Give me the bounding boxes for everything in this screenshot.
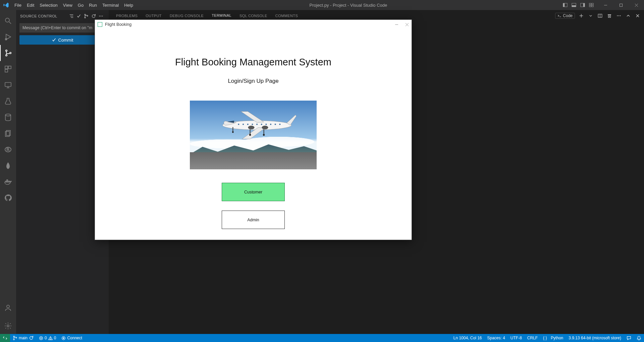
menu-help[interactable]: Help xyxy=(121,3,136,8)
files-icon[interactable] xyxy=(0,125,16,141)
run-debug-icon[interactable] xyxy=(0,29,16,45)
status-warnings: 0 xyxy=(54,336,56,340)
status-errors: 0 xyxy=(45,336,47,340)
menu-run[interactable]: Run xyxy=(86,3,100,8)
svg-point-45 xyxy=(102,15,103,16)
svg-rect-6 xyxy=(589,3,591,5)
menu-view[interactable]: View xyxy=(60,3,75,8)
svg-point-55 xyxy=(617,15,618,16)
scm-view-tree-icon[interactable] xyxy=(68,14,75,18)
menu-file[interactable]: File xyxy=(12,3,24,8)
search-icon[interactable] xyxy=(0,13,16,29)
svg-point-86 xyxy=(256,124,258,125)
terminal-dropdown-icon[interactable] xyxy=(588,14,594,17)
menu-terminal[interactable]: Terminal xyxy=(100,3,121,8)
menu-edit[interactable]: Edit xyxy=(24,3,37,8)
svg-point-19 xyxy=(6,55,7,56)
github-icon[interactable] xyxy=(0,190,16,206)
scm-branch-icon[interactable] xyxy=(83,14,90,18)
svg-rect-21 xyxy=(5,66,8,69)
tab-debug-console[interactable]: DEBUG CONSOLE xyxy=(166,14,208,18)
settings-gear-icon[interactable] xyxy=(0,318,16,334)
status-bell-icon[interactable] xyxy=(634,336,644,340)
window-minimize-icon[interactable] xyxy=(598,0,613,10)
vscode-logo-icon xyxy=(0,2,12,8)
svg-rect-51 xyxy=(608,15,611,17)
remote-explorer-icon[interactable] xyxy=(0,77,16,93)
menu-selection[interactable]: Selection xyxy=(37,3,60,8)
svg-point-79 xyxy=(263,134,265,136)
new-terminal-icon[interactable] xyxy=(578,13,584,18)
testing-icon[interactable] xyxy=(0,93,16,109)
accounts-icon[interactable] xyxy=(0,300,16,316)
flight-booking-window: Flight Booking Flight Booking Management… xyxy=(95,19,412,240)
svg-point-88 xyxy=(266,124,267,125)
commit-message-input[interactable]: Message (Ctrl+Enter to commit on "m xyxy=(19,23,105,33)
tk-window-title: Flight Booking xyxy=(105,22,131,27)
svg-point-69 xyxy=(63,337,64,338)
admin-button[interactable]: Admin xyxy=(222,211,285,229)
status-bar: main 0 0 Connect Ln 1004, Col 16 Spaces:… xyxy=(0,334,644,342)
status-connect-label: Connect xyxy=(67,336,82,340)
customize-layout-icon[interactable] xyxy=(587,0,596,10)
status-language-label: Python xyxy=(551,336,563,340)
status-encoding[interactable]: UTF-8 xyxy=(508,336,525,340)
window-close-icon[interactable] xyxy=(629,0,644,10)
tk-titlebar[interactable]: Flight Booking xyxy=(95,20,412,29)
tk-minimize-icon[interactable] xyxy=(395,23,398,26)
close-panel-icon[interactable] xyxy=(635,14,641,18)
tab-sql-console[interactable]: SQL CONSOLE xyxy=(235,14,271,18)
toggle-primary-sidebar-icon[interactable] xyxy=(561,0,570,10)
scm-commit-icon[interactable] xyxy=(75,14,83,18)
svg-point-20 xyxy=(10,52,11,54)
tk-close-icon[interactable] xyxy=(405,23,409,26)
svg-point-89 xyxy=(270,124,271,125)
tab-comments[interactable]: COMMENTS xyxy=(271,14,302,18)
source-control-icon[interactable] xyxy=(0,45,16,61)
status-eol[interactable]: CRLF xyxy=(525,336,540,340)
toggle-panel-icon[interactable] xyxy=(570,0,578,10)
kill-terminal-icon[interactable] xyxy=(606,13,612,18)
menu-go[interactable]: Go xyxy=(75,3,86,8)
maximize-panel-icon[interactable] xyxy=(625,14,631,18)
window-maximize-icon[interactable] xyxy=(613,0,629,10)
status-ln-col[interactable]: Ln 1004, Col 16 xyxy=(451,336,485,340)
svg-point-43 xyxy=(99,15,100,16)
check-icon xyxy=(52,38,56,42)
svg-point-87 xyxy=(261,124,262,125)
toggle-secondary-sidebar-icon[interactable] xyxy=(578,0,587,10)
extensions-icon[interactable] xyxy=(0,61,16,77)
customer-button[interactable]: Customer xyxy=(222,183,285,201)
svg-point-35 xyxy=(7,305,9,308)
status-branch[interactable]: main xyxy=(10,336,36,340)
svg-point-75 xyxy=(262,126,268,129)
svg-point-77 xyxy=(249,134,251,136)
status-connect[interactable]: Connect xyxy=(59,336,85,340)
scm-more-icon[interactable] xyxy=(97,14,105,18)
svg-rect-7 xyxy=(592,3,593,5)
scm-refresh-icon[interactable] xyxy=(90,14,97,18)
title-bar: File Edit Selection View Go Run Terminal… xyxy=(0,0,644,10)
svg-point-56 xyxy=(619,15,619,16)
split-terminal-icon[interactable] xyxy=(597,13,603,18)
status-language[interactable]: { } Python xyxy=(540,336,566,340)
svg-point-42 xyxy=(87,15,88,16)
status-spaces[interactable]: Spaces: 4 xyxy=(484,336,507,340)
mongodb-leaf-icon[interactable] xyxy=(0,158,16,174)
remote-indicator[interactable] xyxy=(0,334,10,342)
docker-icon[interactable] xyxy=(0,174,16,190)
terminal-profile-code[interactable]: Code xyxy=(555,13,575,19)
tab-problems[interactable]: PROBLEMS xyxy=(112,14,142,18)
tab-output[interactable]: OUTPUT xyxy=(142,14,166,18)
status-feedback-icon[interactable] xyxy=(624,336,634,340)
r-language-icon[interactable] xyxy=(0,141,16,158)
airplane-image xyxy=(190,101,317,169)
commit-button[interactable]: Commit xyxy=(19,35,105,45)
database-icon[interactable] xyxy=(0,109,16,125)
panel-more-icon[interactable] xyxy=(616,13,622,18)
svg-point-90 xyxy=(275,124,276,125)
status-interpreter[interactable]: 3.9.13 64-bit (microsoft store) xyxy=(566,336,624,340)
svg-point-81 xyxy=(232,131,234,133)
svg-rect-24 xyxy=(5,82,11,87)
status-problems[interactable]: 0 0 xyxy=(36,336,59,340)
